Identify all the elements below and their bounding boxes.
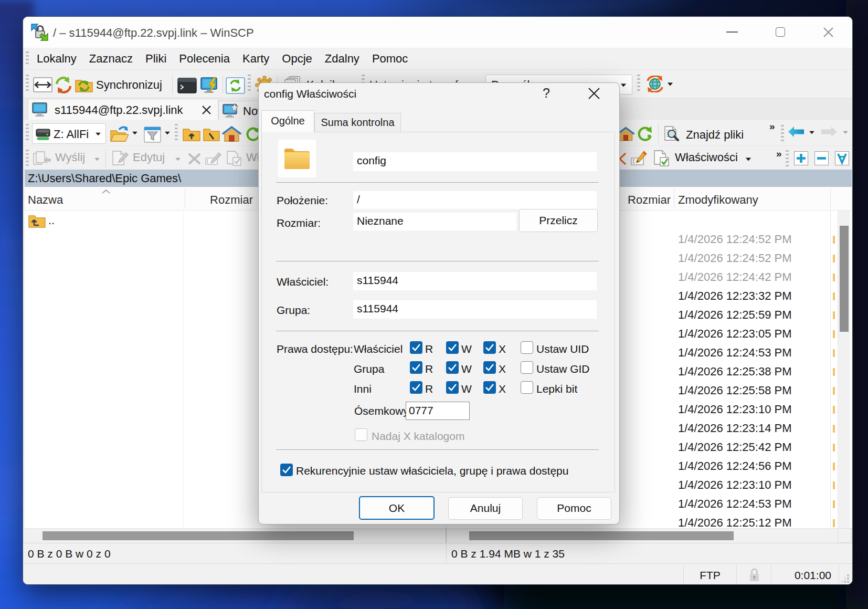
menu-lokalny[interactable]: Lokalny [30, 48, 83, 69]
upload-icon-disabled[interactable] [33, 151, 51, 166]
tab-close-icon[interactable] [202, 105, 211, 115]
owner-field[interactable]: s115944 [353, 272, 597, 290]
file-row-modified[interactable]: 1/4/2026 12:23:14 PM [678, 419, 792, 438]
menu-opcje[interactable]: Opcje [276, 48, 318, 69]
column-resize-handle[interactable] [674, 189, 674, 209]
swap-panels-icon[interactable] [33, 77, 52, 92]
local-column-name[interactable]: Nazwa [28, 193, 63, 207]
globe-sync-caret-icon[interactable] [668, 83, 673, 86]
file-row-modified[interactable]: 1/4/2026 12:23:10 PM [678, 400, 792, 419]
perm-group-w-checkbox[interactable] [446, 361, 459, 374]
group-field[interactable]: s115944 [353, 300, 597, 319]
perm-others-x-checkbox[interactable] [483, 381, 496, 394]
tab-session[interactable]: s115944@ftp.22.svpj.link [28, 99, 218, 120]
filter-caret-icon[interactable] [165, 132, 170, 135]
perm-sticky-checkbox[interactable] [521, 381, 533, 394]
maximize-button[interactable] [776, 27, 785, 37]
resize-grip-icon[interactable] [841, 574, 850, 583]
back-caret-icon[interactable] [809, 131, 814, 134]
cancel-button[interactable]: Anuluj [448, 497, 523, 520]
file-row-modified[interactable]: 1/4/2026 12:25:42 PM [678, 438, 792, 457]
file-row-modified[interactable]: 1/4/2026 12:24:53 PM [678, 343, 792, 362]
find-files-icon[interactable] [664, 126, 681, 143]
name-field[interactable]: config [353, 152, 597, 171]
edit-icon-disabled[interactable] [112, 151, 129, 166]
minimize-button[interactable] [726, 32, 738, 33]
calculate-button[interactable]: Przelicz [519, 209, 598, 232]
properties-icon-disabled[interactable] [226, 151, 242, 166]
perm-others-w-checkbox[interactable] [446, 381, 459, 394]
synchronize-browsing-icon[interactable] [75, 77, 94, 94]
home-directory-icon[interactable] [221, 126, 242, 142]
remote-properties-caret-icon[interactable] [746, 158, 751, 161]
delete-icon-disabled[interactable] [187, 152, 202, 165]
parent-directory-icon[interactable] [183, 127, 200, 142]
file-row-modified[interactable]: 1/4/2026 12:25:58 PM [678, 381, 792, 400]
file-row-modified[interactable]: 1/4/2026 12:25:59 PM [678, 306, 792, 324]
select-files-button[interactable] [794, 151, 808, 165]
perm-owner-r-checkbox[interactable] [410, 341, 422, 354]
tab-general[interactable]: Ogólne [261, 110, 314, 132]
size-field[interactable]: Nieznane [353, 213, 516, 230]
remote-horizontal-scrollbar-thumb[interactable] [469, 531, 734, 540]
filter-icon[interactable] [144, 127, 161, 143]
find-files-label[interactable]: Znajdź pliki [686, 128, 744, 142]
remote-properties-icon[interactable] [653, 150, 670, 167]
globe-sync-icon[interactable] [645, 76, 664, 92]
perm-owner-w-checkbox[interactable] [446, 341, 459, 354]
menu-zdalny[interactable]: Zdalny [319, 48, 366, 69]
dialog-close-button[interactable] [588, 87, 600, 100]
file-row-modified[interactable]: 1/4/2026 12:24:53 PM [678, 495, 792, 513]
octal-field[interactable]: 0777 [406, 402, 470, 420]
invert-selection-button[interactable] [835, 151, 849, 165]
file-row-modified[interactable]: 1/4/2026 12:23:10 PM [678, 476, 792, 495]
perm-group-r-checkbox[interactable] [410, 361, 422, 374]
close-button[interactable] [823, 27, 834, 38]
drive-combobox[interactable]: Z: AllFi [32, 123, 106, 144]
help-button[interactable]: Pomoc [537, 497, 611, 520]
dialog-help-button[interactable]: ? [543, 86, 550, 101]
remote-rename-icon[interactable] [631, 151, 649, 166]
menu-karty[interactable]: Karty [236, 48, 276, 69]
add-x-checkbox-disabled[interactable] [355, 428, 367, 441]
forward-icon[interactable] [821, 127, 837, 137]
ok-button[interactable]: OK [359, 496, 435, 520]
forward-caret-icon[interactable] [843, 131, 848, 134]
unselect-files-button[interactable] [814, 151, 829, 165]
file-row-modified[interactable]: 1/4/2026 12:23:05 PM [678, 324, 792, 343]
location-field[interactable]: / [353, 191, 597, 209]
overflow-chevron-icon[interactable]: » [776, 148, 781, 160]
open-in-putty-icon[interactable] [199, 77, 219, 94]
recursive-checkbox[interactable] [280, 464, 293, 476]
refresh-session-icon[interactable] [226, 77, 245, 94]
perm-others-r-checkbox[interactable] [410, 381, 422, 394]
menu-pomoc[interactable]: Pomoc [366, 48, 414, 69]
perm-setuid-checkbox[interactable] [521, 341, 533, 354]
local-horizontal-scrollbar[interactable] [25, 528, 446, 543]
open-directory-icon[interactable] [110, 126, 129, 143]
remote-vertical-scrollbar-thumb[interactable] [840, 226, 849, 332]
remote-refresh-icon[interactable] [636, 126, 653, 143]
remote-horizontal-scrollbar[interactable] [447, 528, 838, 543]
edit-caret-icon[interactable] [175, 158, 181, 161]
back-icon[interactable] [788, 127, 804, 137]
perm-group-x-checkbox[interactable] [483, 361, 496, 374]
edit-label-disabled[interactable]: Edytuj [133, 151, 165, 164]
file-row-modified[interactable]: 1/4/2026 12:25:38 PM [678, 362, 792, 381]
open-directory-caret-icon[interactable] [132, 132, 137, 135]
rename-icon-disabled[interactable] [205, 152, 223, 166]
remote-vertical-scrollbar[interactable] [838, 211, 850, 528]
remote-properties-label[interactable]: Właściwości [675, 151, 738, 164]
console-icon[interactable] [177, 78, 197, 93]
file-row-modified[interactable]: 1/4/2026 12:24:42 PM [678, 268, 792, 287]
file-row-modified[interactable]: 1/4/2026 12:24:52 PM [678, 230, 792, 249]
perm-owner-x-checkbox[interactable] [483, 341, 496, 354]
menu-pliki[interactable]: Pliki [139, 48, 173, 69]
menu-zaznacz[interactable]: Zaznacz [83, 48, 139, 69]
upload-label-disabled[interactable]: Wyślij [55, 151, 85, 164]
remote-column-modified[interactable]: Zmodyfikowany [678, 193, 758, 207]
local-column-size[interactable]: Rozmiar [185, 193, 253, 207]
menu-polecenia[interactable]: Polecenia [173, 48, 236, 69]
panel-splitter[interactable] [446, 528, 447, 543]
column-resize-handle[interactable] [830, 189, 831, 209]
